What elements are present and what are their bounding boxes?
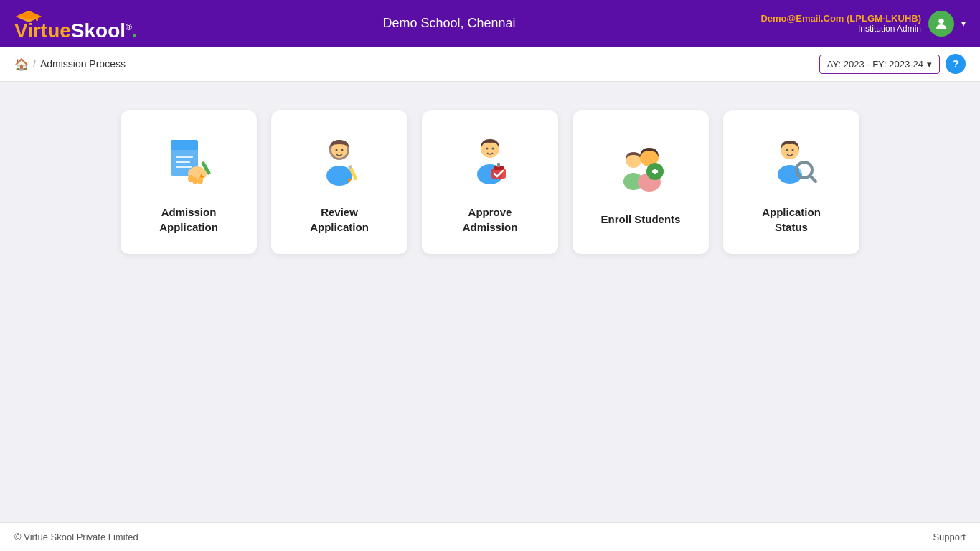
- svg-point-39: [786, 149, 788, 151]
- application-status-icon: [763, 134, 820, 192]
- logo-area: VirtueSkool®.: [14, 4, 138, 42]
- svg-line-43: [810, 176, 816, 182]
- svg-point-17: [326, 166, 352, 186]
- card-application-status[interactable]: ApplicationStatus: [723, 110, 859, 254]
- user-email: Demo@Email.Com (LPLGM-LKUHB): [760, 13, 921, 24]
- svg-point-13: [192, 177, 198, 184]
- logo-skool: Skool: [71, 19, 126, 42]
- ay-selector-arrow: ▾: [927, 59, 932, 70]
- home-icon[interactable]: 🏠: [14, 57, 29, 71]
- card-application-status-label: ApplicationStatus: [762, 204, 821, 235]
- logo-reg: ®: [126, 22, 132, 32]
- card-enroll-students-label: Enroll Students: [601, 212, 681, 227]
- svg-point-25: [486, 147, 489, 149]
- person-icon: [933, 16, 949, 32]
- card-admission-application[interactable]: AdmissionApplication: [121, 110, 257, 254]
- main-content: AdmissionApplication: [0, 82, 980, 522]
- school-name: Demo School, Chennai: [383, 16, 516, 31]
- avatar[interactable]: [928, 11, 954, 37]
- svg-point-42: [799, 165, 809, 175]
- svg-point-18: [336, 149, 338, 151]
- breadcrumb-separator: /: [33, 58, 36, 70]
- svg-point-19: [341, 149, 344, 151]
- user-info: Demo@Email.Com (LPLGM-LKUHB) Institution…: [760, 13, 921, 34]
- svg-rect-8: [176, 166, 192, 168]
- breadcrumb-current: Admission Process: [40, 58, 126, 70]
- footer-copyright: © Virtue Skool Private Limited: [14, 532, 138, 542]
- breadcrumb-bar: 🏠 / Admission Process AY: 2023 - FY: 202…: [0, 47, 980, 82]
- card-approve-admission-label: ApproveAdmission: [463, 204, 518, 235]
- help-button[interactable]: ?: [946, 54, 966, 74]
- logo-virtue: Virtue: [14, 19, 71, 42]
- svg-point-40: [792, 149, 794, 151]
- user-role: Institution Admin: [760, 24, 921, 34]
- svg-rect-7: [176, 161, 190, 163]
- header-right: Demo@Email.Com (LPLGM-LKUHB) Institution…: [760, 11, 966, 37]
- svg-point-3: [938, 18, 943, 23]
- ay-selector-label: AY: 2023 - FY: 2023-24: [827, 59, 923, 70]
- svg-rect-36: [654, 169, 656, 174]
- user-dropdown-arrow[interactable]: ▾: [961, 19, 966, 29]
- card-admission-application-label: AdmissionApplication: [159, 204, 218, 235]
- card-approve-admission[interactable]: ApproveAdmission: [422, 110, 558, 254]
- svg-point-26: [492, 147, 494, 149]
- review-application-icon: [311, 134, 368, 192]
- logo-dot: .: [132, 19, 138, 42]
- logo: VirtueSkool®.: [14, 4, 138, 42]
- breadcrumb: 🏠 / Admission Process: [14, 57, 126, 71]
- cards-row: AdmissionApplication: [121, 110, 859, 254]
- card-enroll-students[interactable]: Enroll Students: [573, 110, 709, 254]
- admission-application-icon: [160, 134, 217, 192]
- card-review-application[interactable]: ReviewApplication: [271, 110, 407, 254]
- svg-rect-6: [176, 156, 193, 158]
- enroll-students-icon: [612, 141, 669, 199]
- footer: © Virtue Skool Private Limited Support: [0, 522, 980, 551]
- ay-selector[interactable]: AY: 2023 - FY: 2023-24 ▾: [819, 55, 940, 74]
- svg-point-14: [197, 177, 203, 184]
- approve-admission-icon: [461, 134, 519, 192]
- svg-rect-29: [497, 163, 500, 167]
- header: VirtueSkool®. Demo School, Chennai Demo@…: [0, 0, 980, 47]
- card-review-application-label: ReviewApplication: [310, 204, 369, 235]
- svg-rect-5: [171, 140, 198, 150]
- footer-support[interactable]: Support: [933, 532, 966, 542]
